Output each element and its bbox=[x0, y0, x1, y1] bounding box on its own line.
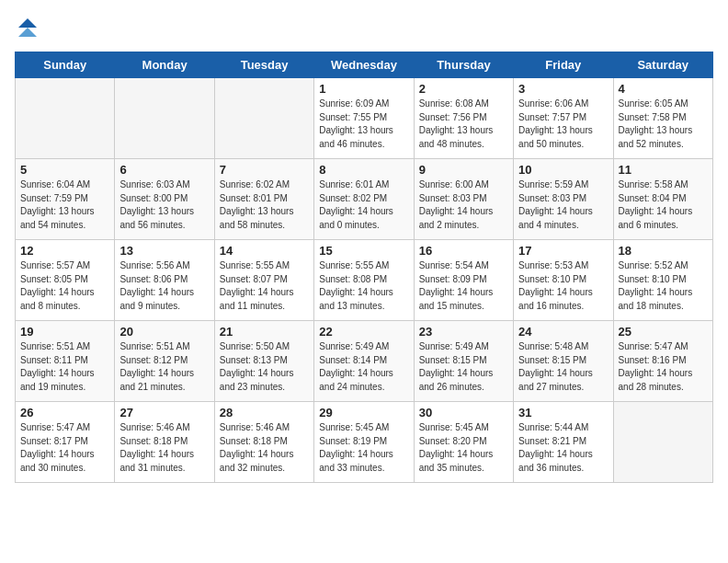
day-header-saturday: Saturday bbox=[613, 52, 712, 78]
day-number: 15 bbox=[319, 244, 408, 258]
calendar-day-29: 29Sunrise: 5:45 AM Sunset: 8:19 PM Dayli… bbox=[314, 402, 414, 483]
day-detail: Sunrise: 6:03 AM Sunset: 8:00 PM Dayligh… bbox=[119, 178, 209, 232]
day-detail: Sunrise: 5:47 AM Sunset: 8:16 PM Dayligh… bbox=[619, 340, 708, 394]
calendar-day-20: 20Sunrise: 5:51 AM Sunset: 8:12 PM Dayli… bbox=[115, 321, 214, 402]
calendar-day-17: 17Sunrise: 5:53 AM Sunset: 8:10 PM Dayli… bbox=[514, 240, 613, 321]
day-header-thursday: Thursday bbox=[414, 52, 513, 78]
calendar-day-empty bbox=[214, 78, 313, 159]
day-number: 8 bbox=[319, 163, 408, 177]
calendar-day-13: 13Sunrise: 5:56 AM Sunset: 8:06 PM Dayli… bbox=[115, 240, 214, 321]
calendar-day-26: 26Sunrise: 5:47 AM Sunset: 8:17 PM Dayli… bbox=[16, 402, 115, 483]
day-detail: Sunrise: 5:48 AM Sunset: 8:15 PM Dayligh… bbox=[518, 340, 608, 394]
day-detail: Sunrise: 5:53 AM Sunset: 8:10 PM Dayligh… bbox=[518, 259, 608, 313]
calendar-day-12: 12Sunrise: 5:57 AM Sunset: 8:05 PM Dayli… bbox=[16, 240, 115, 321]
day-detail: Sunrise: 5:47 AM Sunset: 8:17 PM Dayligh… bbox=[20, 421, 109, 475]
day-number: 24 bbox=[518, 325, 608, 339]
day-detail: Sunrise: 5:45 AM Sunset: 8:20 PM Dayligh… bbox=[419, 421, 508, 475]
calendar-day-27: 27Sunrise: 5:46 AM Sunset: 8:18 PM Dayli… bbox=[115, 402, 214, 483]
calendar-day-22: 22Sunrise: 5:49 AM Sunset: 8:14 PM Dayli… bbox=[314, 321, 414, 402]
day-number: 14 bbox=[220, 244, 309, 258]
calendar-day-15: 15Sunrise: 5:55 AM Sunset: 8:08 PM Dayli… bbox=[314, 240, 414, 321]
day-number: 31 bbox=[518, 406, 608, 419]
day-detail: Sunrise: 6:00 AM Sunset: 8:03 PM Dayligh… bbox=[419, 178, 508, 232]
day-detail: Sunrise: 5:49 AM Sunset: 8:15 PM Dayligh… bbox=[419, 340, 508, 394]
day-number: 12 bbox=[20, 244, 109, 258]
day-number: 19 bbox=[20, 325, 109, 339]
day-detail: Sunrise: 5:45 AM Sunset: 8:19 PM Dayligh… bbox=[319, 421, 408, 475]
day-number: 26 bbox=[20, 406, 109, 419]
day-number: 4 bbox=[619, 82, 708, 96]
day-detail: Sunrise: 6:04 AM Sunset: 7:59 PM Dayligh… bbox=[20, 178, 109, 232]
day-detail: Sunrise: 5:56 AM Sunset: 8:06 PM Dayligh… bbox=[119, 259, 209, 313]
calendar-day-3: 3Sunrise: 6:06 AM Sunset: 7:57 PM Daylig… bbox=[514, 78, 613, 159]
day-number: 1 bbox=[319, 82, 408, 96]
day-detail: Sunrise: 5:50 AM Sunset: 8:13 PM Dayligh… bbox=[220, 340, 309, 394]
calendar-day-6: 6Sunrise: 6:03 AM Sunset: 8:00 PM Daylig… bbox=[115, 159, 214, 240]
day-number: 29 bbox=[319, 406, 408, 419]
calendar-day-7: 7Sunrise: 6:02 AM Sunset: 8:01 PM Daylig… bbox=[214, 159, 313, 240]
day-detail: Sunrise: 6:01 AM Sunset: 8:02 PM Dayligh… bbox=[319, 178, 408, 232]
day-number: 11 bbox=[619, 163, 708, 177]
day-number: 20 bbox=[119, 325, 209, 339]
day-number: 3 bbox=[518, 82, 608, 96]
day-header-wednesday: Wednesday bbox=[314, 52, 414, 78]
calendar-day-19: 19Sunrise: 5:51 AM Sunset: 8:11 PM Dayli… bbox=[16, 321, 115, 402]
calendar-day-empty bbox=[115, 78, 214, 159]
calendar-day-1: 1Sunrise: 6:09 AM Sunset: 7:55 PM Daylig… bbox=[314, 78, 414, 159]
day-number: 25 bbox=[619, 325, 708, 339]
day-detail: Sunrise: 5:44 AM Sunset: 8:21 PM Dayligh… bbox=[518, 421, 608, 475]
day-number: 21 bbox=[220, 325, 309, 339]
day-number: 6 bbox=[119, 163, 209, 177]
day-number: 27 bbox=[119, 406, 209, 419]
day-number: 28 bbox=[220, 406, 309, 419]
day-header-monday: Monday bbox=[115, 52, 214, 78]
day-number: 22 bbox=[319, 325, 408, 339]
day-number: 5 bbox=[20, 163, 109, 177]
day-header-sunday: Sunday bbox=[16, 52, 115, 78]
calendar-day-11: 11Sunrise: 5:58 AM Sunset: 8:04 PM Dayli… bbox=[613, 159, 712, 240]
day-number: 7 bbox=[220, 163, 309, 177]
calendar-day-empty bbox=[16, 78, 115, 159]
day-number: 30 bbox=[419, 406, 508, 419]
day-detail: Sunrise: 6:09 AM Sunset: 7:55 PM Dayligh… bbox=[319, 98, 408, 151]
logo bbox=[15, 15, 44, 40]
day-detail: Sunrise: 5:52 AM Sunset: 8:10 PM Dayligh… bbox=[619, 259, 708, 313]
day-number: 10 bbox=[518, 163, 608, 177]
calendar-day-18: 18Sunrise: 5:52 AM Sunset: 8:10 PM Dayli… bbox=[613, 240, 712, 321]
day-detail: Sunrise: 5:59 AM Sunset: 8:03 PM Dayligh… bbox=[518, 178, 608, 232]
day-detail: Sunrise: 5:55 AM Sunset: 8:08 PM Dayligh… bbox=[319, 259, 408, 313]
day-detail: Sunrise: 6:02 AM Sunset: 8:01 PM Dayligh… bbox=[220, 178, 309, 232]
day-detail: Sunrise: 5:58 AM Sunset: 8:04 PM Dayligh… bbox=[619, 178, 708, 232]
calendar-day-30: 30Sunrise: 5:45 AM Sunset: 8:20 PM Dayli… bbox=[414, 402, 513, 483]
calendar-day-14: 14Sunrise: 5:55 AM Sunset: 8:07 PM Dayli… bbox=[214, 240, 313, 321]
day-detail: Sunrise: 5:55 AM Sunset: 8:07 PM Dayligh… bbox=[220, 259, 309, 313]
day-number: 18 bbox=[619, 244, 708, 258]
day-detail: Sunrise: 6:06 AM Sunset: 7:57 PM Dayligh… bbox=[518, 98, 608, 151]
day-detail: Sunrise: 5:49 AM Sunset: 8:14 PM Dayligh… bbox=[319, 340, 408, 394]
calendar-day-8: 8Sunrise: 6:01 AM Sunset: 8:02 PM Daylig… bbox=[314, 159, 414, 240]
calendar-day-31: 31Sunrise: 5:44 AM Sunset: 8:21 PM Dayli… bbox=[514, 402, 613, 483]
calendar-day-5: 5Sunrise: 6:04 AM Sunset: 7:59 PM Daylig… bbox=[16, 159, 115, 240]
day-detail: Sunrise: 5:46 AM Sunset: 8:18 PM Dayligh… bbox=[220, 421, 309, 475]
day-number: 17 bbox=[518, 244, 608, 258]
day-number: 9 bbox=[419, 163, 508, 177]
calendar-table: SundayMondayTuesdayWednesdayThursdayFrid… bbox=[15, 52, 713, 483]
calendar-day-28: 28Sunrise: 5:46 AM Sunset: 8:18 PM Dayli… bbox=[214, 402, 313, 483]
day-header-tuesday: Tuesday bbox=[214, 52, 313, 78]
day-detail: Sunrise: 6:08 AM Sunset: 7:56 PM Dayligh… bbox=[419, 98, 508, 151]
day-detail: Sunrise: 5:57 AM Sunset: 8:05 PM Dayligh… bbox=[20, 259, 109, 313]
calendar-day-empty bbox=[613, 402, 712, 483]
day-detail: Sunrise: 5:51 AM Sunset: 8:11 PM Dayligh… bbox=[20, 340, 109, 394]
calendar-day-9: 9Sunrise: 6:00 AM Sunset: 8:03 PM Daylig… bbox=[414, 159, 513, 240]
page-header bbox=[15, 15, 713, 40]
day-number: 23 bbox=[419, 325, 508, 339]
logo-icon bbox=[15, 15, 40, 40]
calendar-day-2: 2Sunrise: 6:08 AM Sunset: 7:56 PM Daylig… bbox=[414, 78, 513, 159]
day-header-friday: Friday bbox=[514, 52, 613, 78]
calendar-day-24: 24Sunrise: 5:48 AM Sunset: 8:15 PM Dayli… bbox=[514, 321, 613, 402]
calendar-day-21: 21Sunrise: 5:50 AM Sunset: 8:13 PM Dayli… bbox=[214, 321, 313, 402]
calendar-day-4: 4Sunrise: 6:05 AM Sunset: 7:58 PM Daylig… bbox=[613, 78, 712, 159]
day-detail: Sunrise: 5:46 AM Sunset: 8:18 PM Dayligh… bbox=[119, 421, 209, 475]
calendar-day-10: 10Sunrise: 5:59 AM Sunset: 8:03 PM Dayli… bbox=[514, 159, 613, 240]
calendar-day-25: 25Sunrise: 5:47 AM Sunset: 8:16 PM Dayli… bbox=[613, 321, 712, 402]
